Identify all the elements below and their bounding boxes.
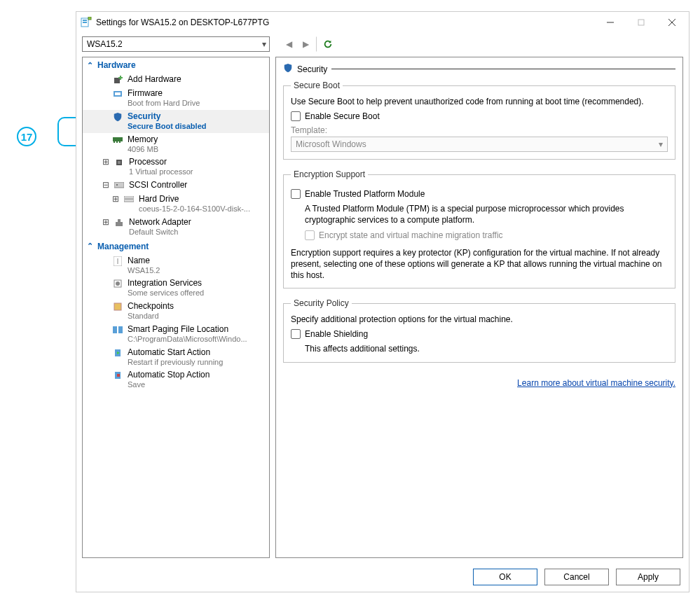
ok-button[interactable]: OK [473,569,537,585]
sidebar-item-security[interactable]: SecuritySecure Boot disabled [83,110,269,133]
group-security-policy: Security Policy Specify additional prote… [283,298,675,362]
svg-rect-19 [114,182,124,188]
sidebar-item-label: Integration Services [128,278,204,288]
section-header-management-label: Management [97,242,149,251]
expander-icon[interactable]: ⊞ [102,217,109,237]
firmware-icon [112,88,123,99]
checkbox-label: Enable Secure Boot [305,111,380,121]
scsi-icon [114,180,125,191]
learn-more-link[interactable]: Learn more about virtual machine securit… [517,378,675,388]
enable-secure-boot-row[interactable]: Enable Secure Boot [291,111,668,121]
sidebar-item-label: Hard Drive [139,194,250,204]
group-legend: Security Policy [291,298,352,308]
template-label: Template: [291,125,668,135]
sidebar-item-paging[interactable]: Smart Paging File LocationC:\ProgramData… [83,323,269,346]
sidebar-item-label: SCSI Controller [129,180,187,190]
encrypt-state-row: Encrypt state and virtual machine migrat… [305,230,668,240]
svg-rect-18 [118,161,121,164]
svg-rect-22 [125,197,133,200]
svg-rect-14 [114,141,115,143]
svg-rect-24 [118,219,121,222]
expander-icon[interactable]: ⊞ [102,157,109,177]
svg-rect-1 [83,20,87,21]
nav-forward-button[interactable]: ▶ [298,36,313,52]
integration-icon [112,278,123,289]
sidebar-item-sublabel: Secure Boot disabled [128,122,206,132]
sidebar-item-sublabel: 1 Virtual processor [129,167,193,177]
window-icon [81,17,92,28]
svg-rect-31 [118,326,123,333]
checkbox-enable-secure-boot[interactable] [291,111,301,121]
section-header-management[interactable]: ⌃ Management [83,239,269,254]
sidebar[interactable]: ⌃ Hardware Add Hardware FirmwareBoot fro… [82,57,270,558]
secure-boot-desc: Use Secure Boot to help prevent unauthor… [291,96,668,107]
sidebar-item-sublabel: Boot from Hard Drive [128,99,200,109]
cancel-button[interactable]: Cancel [544,569,609,585]
svg-rect-15 [116,141,118,143]
sidebar-item-label: Name [128,256,160,266]
group-legend: Secure Boot [291,81,343,90]
apply-button[interactable]: Apply [616,569,680,585]
checkbox-label: Enable Trusted Platform Module [305,189,425,199]
group-encryption: Encryption Support Enable Trusted Platfo… [283,169,675,288]
paging-icon [112,324,123,335]
sidebar-item-label: Processor [129,157,193,167]
autostop-icon [112,370,123,381]
sidebar-item-sublabel: C:\ProgramData\Microsoft\Windo... [128,335,247,345]
title-rule [331,69,675,69]
sidebar-item-autostop[interactable]: Automatic Stop ActionSave [83,368,269,391]
sidebar-item-processor[interactable]: ⊞ Processor1 Virtual processor [83,155,269,179]
expander-icon[interactable]: ⊟ [102,180,109,191]
sidebar-item-label: Firmware [128,88,200,99]
sidebar-item-checkpoints[interactable]: CheckpointsStandard [83,300,269,323]
sidebar-item-integration[interactable]: Integration ServicesSome services offere… [83,277,269,300]
checkbox-enable-tpm[interactable] [291,189,301,199]
sidebar-item-label: Memory [128,134,158,145]
settings-pane: Security Secure Boot Use Secure Boot to … [275,57,683,558]
close-button[interactable] [657,12,687,33]
checkbox-enable-shielding[interactable] [291,329,301,339]
template-row: Template: Microsoft Windows ▾ [291,125,668,152]
nav-separator [316,36,317,52]
nav-back-button[interactable]: ◀ [281,36,296,52]
sidebar-item-autostart[interactable]: Automatic Start ActionRestart if previou… [83,346,269,369]
sidebar-item-label: Automatic Stop Action [128,370,210,380]
sidebar-item-firmware[interactable]: FirmwareBoot from Hard Drive [83,87,269,110]
svg-rect-10 [118,77,123,78]
checkpoints-icon [112,301,123,312]
refresh-button[interactable] [320,36,336,52]
sidebar-item-sublabel: Save [128,380,210,390]
template-value: Microsoft Windows [296,139,366,149]
processor-icon [114,157,125,168]
vm-selector-dropdown[interactable]: WSA15.2 ▾ [82,36,270,52]
svg-rect-16 [119,141,121,143]
chevron-down-icon: ▾ [262,39,266,49]
minimize-button[interactable] [595,12,626,33]
kp-desc: Encryption support requires a key protec… [291,247,668,281]
vm-selector-value: WSA15.2 [87,39,123,49]
enable-shielding-row[interactable]: Enable Shielding [291,329,668,339]
svg-rect-3 [88,17,91,20]
section-header-hardware[interactable]: ⌃ Hardware [83,57,269,73]
window-title: Settings for WSA15.2 on DESKTOP-L677PTG [96,18,595,27]
sidebar-item-scsi[interactable]: ⊟ SCSI Controller [83,179,269,193]
memory-icon [112,134,123,146]
chevron-down-icon: ▾ [659,139,663,149]
sidebar-item-hard-drive[interactable]: ⊞ Hard Drivecoeus-15-2-0-164-S100V-disk-… [83,193,269,216]
svg-rect-29 [114,303,121,310]
sidebar-item-label: Smart Paging File Location [128,324,247,335]
network-icon [114,217,125,228]
sidebar-item-network[interactable]: ⊞ Network AdapterDefault Switch [83,216,269,239]
sidebar-item-sublabel: 4096 MB [128,145,158,155]
enable-tpm-row[interactable]: Enable Trusted Platform Module [291,189,668,199]
nav-buttons: ◀ ▶ [281,36,336,52]
expander-icon[interactable]: ⊞ [112,194,119,214]
svg-point-20 [116,184,118,186]
content-area: ⌃ Hardware Add Hardware FirmwareBoot fro… [76,53,689,562]
sidebar-item-name[interactable]: NameWSA15.2 [83,254,269,277]
sidebar-item-add-hardware[interactable]: Add Hardware [83,73,269,87]
svg-rect-30 [113,326,117,333]
sidebar-item-memory[interactable]: Memory4096 MB [83,133,269,156]
name-icon [112,256,123,267]
sidebar-item-label: Checkpoints [128,301,174,312]
